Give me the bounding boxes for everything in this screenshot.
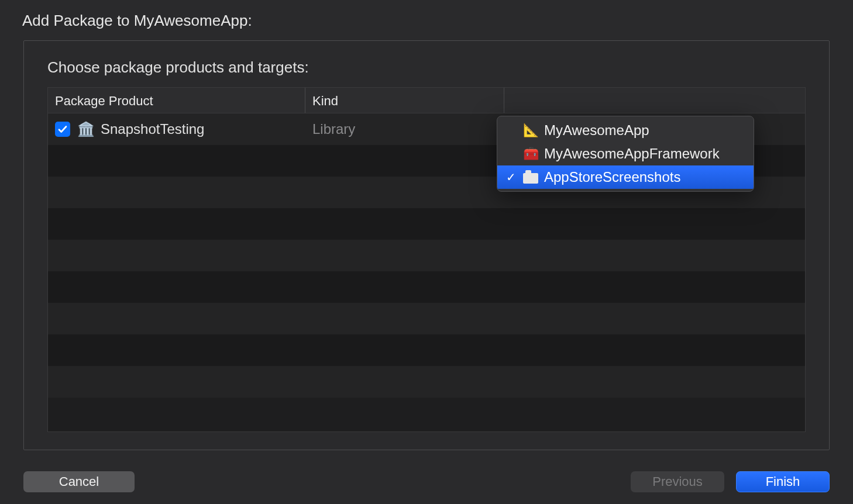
product-checkbox[interactable] bbox=[55, 122, 70, 137]
column-header-kind[interactable]: Kind bbox=[305, 88, 504, 113]
finish-button[interactable]: Finish bbox=[736, 471, 830, 492]
column-header-product[interactable]: Package Product bbox=[48, 88, 305, 113]
popover-item-bundle[interactable]: ✓ AppStoreScreenshots bbox=[497, 165, 754, 189]
popover-item-framework[interactable]: 🧰 MyAwesomeAppFramework bbox=[497, 142, 754, 165]
table-row bbox=[48, 240, 805, 271]
table-row bbox=[48, 271, 805, 303]
dialog-title: Add Package to MyAwesomeApp: bbox=[22, 12, 830, 30]
table-row bbox=[48, 303, 805, 334]
popover-item-label: MyAwesomeApp bbox=[544, 122, 649, 139]
table-row bbox=[48, 334, 805, 366]
cell-product: 🏛️ SnapshotTesting bbox=[48, 121, 305, 137]
popover-item-label: MyAwesomeAppFramework bbox=[544, 146, 720, 162]
checkmark-icon: ✓ bbox=[504, 170, 517, 184]
right-button-group: Previous Finish bbox=[631, 471, 830, 492]
library-icon: 🏛️ bbox=[77, 122, 94, 136]
app-icon: 📐 bbox=[523, 123, 538, 138]
main-panel: Choose package products and targets: Pac… bbox=[23, 40, 830, 450]
popover-item-label: AppStoreScreenshots bbox=[544, 169, 680, 185]
column-header-target[interactable] bbox=[504, 88, 805, 113]
table-header: Package Product Kind bbox=[48, 88, 805, 113]
product-name: SnapshotTesting bbox=[101, 121, 204, 137]
dialog-buttons: Cancel Previous Finish bbox=[23, 471, 830, 492]
cell-kind: Library bbox=[305, 121, 504, 137]
add-package-dialog: Add Package to MyAwesomeApp: Choose pack… bbox=[0, 0, 853, 504]
popover-item-app[interactable]: 📐 MyAwesomeApp bbox=[497, 119, 754, 142]
table-row bbox=[48, 208, 805, 240]
panel-subtitle: Choose package products and targets: bbox=[47, 58, 806, 77]
bundle-icon bbox=[523, 170, 538, 185]
target-popover[interactable]: 📐 MyAwesomeApp 🧰 MyAwesomeAppFramework ✓… bbox=[497, 116, 754, 192]
previous-button[interactable]: Previous bbox=[631, 471, 724, 492]
framework-icon: 🧰 bbox=[523, 146, 538, 161]
table-row bbox=[48, 366, 805, 398]
cancel-button[interactable]: Cancel bbox=[23, 471, 135, 492]
